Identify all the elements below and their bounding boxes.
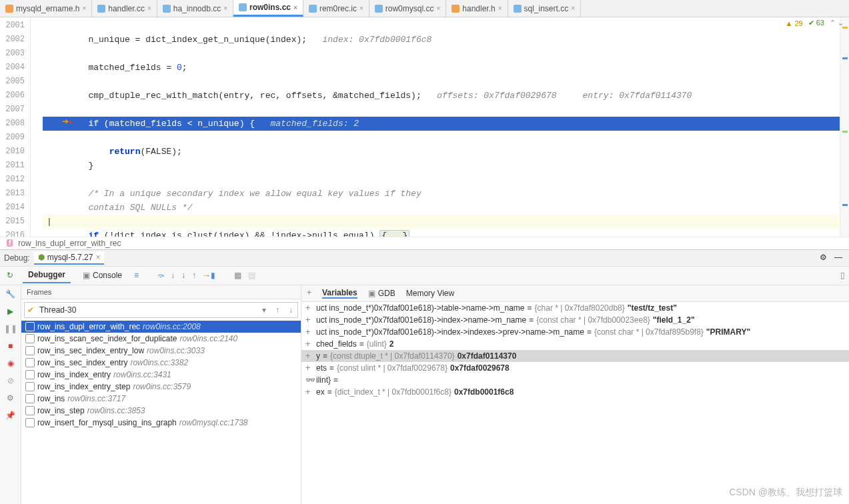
expand-icon[interactable]: + (305, 387, 313, 397)
stack-frame[interactable]: row_ins_sec_index_entry_low row0ins.cc:3… (21, 345, 301, 357)
variable-row[interactable]: +ex = {dict_index_t * | 0x7fdb0001f6c8} … (301, 386, 849, 398)
variable-row[interactable]: +y = {const dtuple_t * | 0x7fdaf0114370}… (301, 350, 849, 362)
var-type: {const dtuple_t * | 0x7fdaf0114370} (330, 351, 455, 361)
expand-icon[interactable]: + (305, 327, 313, 337)
editor-tab[interactable]: row0mysql.cc× (369, 0, 447, 17)
var-value: "field_1_2" (653, 315, 695, 325)
stack-frame[interactable]: row_ins_sec_index_entry row0ins.cc:3382 (21, 357, 301, 369)
frame-location: row0ins.cc:3717 (67, 394, 125, 403)
force-step-into-icon[interactable]: ↓ (181, 271, 185, 280)
close-icon[interactable]: × (359, 5, 363, 12)
code-view[interactable]: n_unique = dict_index_get_n_unique(index… (43, 17, 840, 237)
variable-row[interactable]: 👓ilint} = (301, 374, 849, 386)
close-icon[interactable]: × (293, 4, 297, 11)
expand-icon[interactable]: + (305, 351, 313, 361)
variable-row[interactable]: +uct ins_node_t*)0x7fdaf001e618)->index-… (301, 326, 849, 338)
view-breakpoints-icon[interactable]: ◉ (5, 357, 17, 369)
file-icon (163, 5, 171, 13)
rerun-icon[interactable]: ↻ (4, 269, 16, 281)
editor-tab[interactable]: sql_insert.cc× (508, 0, 582, 17)
var-type: {const char * | 0x7fdb00023ee8} (536, 315, 650, 325)
expand-icon[interactable]: + (305, 315, 313, 325)
variable-row[interactable]: +uct ins_node_t*)0x7fdaf001e618)->index-… (301, 314, 849, 326)
check-icon: ✔ (25, 305, 37, 315)
close-icon[interactable]: × (498, 5, 502, 12)
stack-frame[interactable]: row_ins_index_entry row0ins.cc:3431 (21, 369, 301, 381)
run-to-cursor-icon[interactable]: →▮ (203, 271, 215, 280)
debug-label: Debug: (4, 253, 30, 263)
step-out-icon[interactable]: ↑ (192, 271, 196, 280)
pause-icon[interactable]: ❚❚ (5, 323, 17, 335)
trace-icon[interactable]: ▤ (248, 271, 255, 280)
stack-frame[interactable]: row_insert_for_mysql_using_ins_graph row… (21, 417, 301, 429)
function-badge-icon: f (7, 239, 13, 247)
console-tab[interactable]: ▣Console (77, 268, 127, 283)
editor-tab[interactable]: mysqld_ername.h× (0, 0, 92, 17)
editor-tab[interactable]: rem0rec.ic× (303, 0, 369, 17)
frame-function: row_ins_sec_index_entry_low (37, 346, 144, 355)
stack-frame[interactable]: row_ins_index_entry_step row0ins.cc:3579 (21, 381, 301, 393)
var-name: ets (316, 363, 327, 373)
frame-location: row0ins.cc:3033 (147, 346, 205, 355)
add-watch-icon[interactable]: + (307, 288, 311, 299)
stack-frame[interactable]: row_ins_dupl_error_with_rec row0ins.cc:2… (21, 321, 301, 333)
variable-row[interactable]: +ets = {const ulint * | 0x7fdaf0029678} … (301, 362, 849, 374)
expand-icon[interactable]: + (305, 363, 313, 373)
step-into-icon[interactable]: ↓ (171, 271, 175, 280)
close-icon[interactable]: × (147, 5, 151, 12)
editor-tab[interactable]: ha_innodb.cc× (157, 0, 233, 17)
tab-label: rem0rec.ic (319, 4, 357, 13)
tab-label: handler.cc (108, 4, 145, 13)
debug-target-tab[interactable]: ⬢ mysql-5.7.27 × (34, 251, 105, 265)
close-icon[interactable]: × (223, 5, 227, 12)
editor-tabs: mysqld_ername.h×handler.cc×ha_innodb.cc×… (0, 0, 849, 17)
stack-frame[interactable]: row_ins row0ins.cc:3717 (21, 393, 301, 405)
breakpoint-marker[interactable]: ➔● (62, 116, 73, 127)
expand-icon[interactable]: + (305, 303, 313, 313)
editor-tab[interactable]: row0ins.cc× (233, 0, 303, 17)
stack-frame[interactable]: row_ins_step row0ins.cc:3853 (21, 405, 301, 417)
var-type: {ulint} (367, 339, 387, 349)
frame-location: row0ins.cc:3382 (130, 358, 188, 367)
frame-location: row0ins.cc:3431 (113, 370, 171, 379)
memory-view-tab[interactable]: Memory View (406, 288, 454, 299)
inspection-status[interactable]: ▲ 29 ✔ 63 ⌃ ⌄ (785, 19, 844, 27)
settings-icon[interactable]: ⚙ (5, 392, 17, 404)
close-icon[interactable]: × (571, 5, 575, 12)
editor-tab[interactable]: handler.cc× (92, 0, 157, 17)
show-exec-point-icon[interactable]: ≡ (134, 271, 139, 280)
frame-icon (25, 394, 35, 403)
next-frame-icon[interactable]: ↓ (284, 305, 297, 315)
debugger-tab[interactable]: Debugger (23, 267, 71, 283)
gear-icon[interactable]: ⚙ (820, 253, 830, 263)
variables-tab[interactable]: Variables (322, 288, 357, 299)
step-over-icon[interactable]: ⤼ (157, 271, 164, 280)
resume-icon[interactable]: ▶ (5, 305, 17, 317)
editor-area: 2001200220032004200520062007200820092010… (0, 17, 849, 237)
close-icon[interactable]: × (436, 5, 440, 12)
dropdown-icon[interactable]: ▾ (257, 305, 271, 315)
frame-function: row_ins_scan_sec_index_for_duplicate (37, 334, 177, 343)
tool-icon[interactable]: 🔧 (5, 288, 17, 300)
thread-selector[interactable]: ✔ Thread-30 ▾ ↑ ↓ (24, 302, 298, 318)
stack-frame[interactable]: row_ins_scan_sec_index_for_duplicate row… (21, 333, 301, 345)
stop-icon[interactable]: ■ (5, 340, 17, 352)
minimap[interactable] (840, 17, 849, 237)
gdb-tab[interactable]: ▣GDB (368, 288, 395, 299)
minimize-icon[interactable]: — (834, 253, 845, 263)
close-icon[interactable]: × (95, 253, 100, 262)
editor-tab[interactable]: handler.h× (446, 0, 508, 17)
vars-tabs: + Variables ▣GDB Memory View (301, 285, 849, 302)
variable-row[interactable]: +ched_fields = {ulint} 2 (301, 338, 849, 350)
breadcrumb-function[interactable]: row_ins_dupl_error_with_rec (18, 239, 121, 248)
mute-breakpoints-icon[interactable]: ⊘ (5, 375, 17, 387)
expand-icon[interactable]: + (305, 339, 313, 349)
var-name: y (316, 351, 320, 361)
variable-row[interactable]: +uct ins_node_t*)0x7fdaf001e618)->table-… (301, 302, 849, 314)
prev-frame-icon[interactable]: ↑ (271, 305, 284, 315)
layout-icon[interactable]: ▯ (840, 271, 845, 280)
close-icon[interactable]: × (82, 5, 86, 12)
evaluate-icon[interactable]: ▦ (234, 271, 241, 280)
expand-icon[interactable]: 👓 (305, 375, 313, 385)
pin-icon[interactable]: 📌 (5, 409, 17, 421)
